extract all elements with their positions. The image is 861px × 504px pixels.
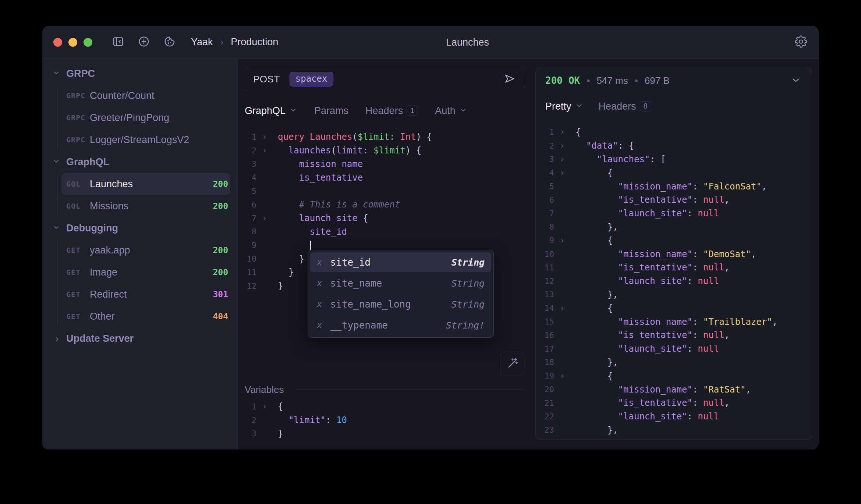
settings-gear-icon <box>795 35 807 49</box>
breadcrumb-separator: › <box>220 36 224 48</box>
variables-editor[interactable]: 1›{2 "limit": 103} <box>238 400 529 440</box>
fold-icon[interactable]: › <box>256 146 273 155</box>
fold-icon[interactable]: › <box>554 155 570 164</box>
sidebar-item-image[interactable]: GETImage200 <box>61 261 230 283</box>
field-type: String! <box>446 320 485 331</box>
code-line: 20 "mission_name": "RatSat", <box>536 383 812 396</box>
app-window: Yaak › Production Launches ›GRPCGRPCCoun… <box>42 26 819 450</box>
status-badge: 301 <box>213 290 228 299</box>
sidebar-toggle-icon <box>112 35 124 49</box>
chevron-down-icon <box>791 75 801 86</box>
method-badge: GRPC <box>66 135 90 144</box>
cookie-button[interactable] <box>163 36 176 49</box>
sidebar-section-graphql[interactable]: ›GraphQL <box>42 151 238 173</box>
method-badge: GET <box>66 246 90 255</box>
tab-auth[interactable]: Auth <box>435 105 467 117</box>
app-name[interactable]: Yaak <box>191 36 213 48</box>
fold-icon[interactable]: › <box>554 128 570 136</box>
chevron-down-icon <box>459 105 467 117</box>
collapse-response-button[interactable] <box>790 74 802 87</box>
code-line: 22 "launch_site": null <box>536 410 812 423</box>
tab-graphql[interactable]: GraphQL <box>245 105 297 117</box>
tab-headers[interactable]: Headers1 <box>365 105 418 117</box>
code-line: 6 "is_tentative": null, <box>536 193 812 207</box>
fold-icon[interactable]: › <box>554 141 570 150</box>
sidebar-section-update-server[interactable]: ›Update Server <box>42 327 238 349</box>
code-line: 21 "is_tentative": null, <box>536 396 812 410</box>
minimize-window-button[interactable] <box>68 38 77 47</box>
code-line: 18 }, <box>536 356 812 369</box>
status-badge: 404 <box>213 312 228 321</box>
plus-circle-icon <box>138 35 150 49</box>
field-type: String <box>451 257 485 268</box>
fold-icon[interactable]: › <box>256 402 273 411</box>
autocomplete-item-site-name-long[interactable]: xsite_name_longString <box>310 294 491 314</box>
workspace-name[interactable]: Production <box>231 36 278 48</box>
fold-icon[interactable]: › <box>554 372 570 380</box>
field-icon: x <box>317 299 322 309</box>
status-badge: 200 <box>213 267 228 277</box>
response-body-viewer[interactable]: 1›{2› "data": {3› "launches": [4› {5 "mi… <box>536 125 812 440</box>
close-window-button[interactable] <box>53 38 62 47</box>
url-bar[interactable]: POST spacex <box>245 67 525 91</box>
response-tab-pretty[interactable]: Pretty <box>545 101 583 112</box>
sidebar-item-yaak-app[interactable]: GETyaak.app200 <box>61 239 230 261</box>
code-line: 4 is_tentative <box>238 171 529 184</box>
chevron-down-icon: › <box>52 68 63 77</box>
autocomplete-item-site-id[interactable]: xsite_idString <box>310 252 491 272</box>
autocomplete-item-typename[interactable]: x__typenameString! <box>310 315 491 335</box>
sidebar-item-missions[interactable]: GQLMissions200 <box>61 195 230 217</box>
sidebar-item-counter-count[interactable]: GRPCCounter/Count <box>61 85 230 107</box>
method-badge: GET <box>66 268 90 277</box>
fold-icon[interactable]: › <box>554 168 570 177</box>
fold-icon[interactable]: › <box>554 304 570 313</box>
variables-divider <box>295 390 525 390</box>
sidebar-item-other[interactable]: GETOther404 <box>61 305 230 327</box>
new-request-button[interactable] <box>137 36 150 49</box>
fold-icon[interactable]: › <box>554 439 570 440</box>
field-type: String <box>451 299 485 310</box>
line-number: 3 <box>536 155 554 164</box>
settings-button[interactable] <box>794 36 808 49</box>
line-number: 11 <box>536 263 554 272</box>
sidebar-item-greeter-pingpong[interactable]: GRPCGreeter/PingPong <box>61 107 230 129</box>
line-number: 15 <box>536 317 554 326</box>
sidebar-section-debugging[interactable]: ›Debugging <box>42 217 238 239</box>
sidebar-item-logger-streamlogsv2[interactable]: GRPCLogger/StreamLogsV2 <box>61 129 230 151</box>
response-tab-headers[interactable]: Headers8 <box>599 101 651 112</box>
tab-params[interactable]: Params <box>314 105 348 117</box>
line-number: 2 <box>536 141 554 150</box>
code-line: 1›{ <box>238 400 529 414</box>
status-badge: 200 <box>213 201 228 211</box>
send-button[interactable] <box>503 72 517 86</box>
maximize-window-button[interactable] <box>84 38 92 47</box>
fold-icon[interactable]: › <box>554 236 570 245</box>
format-button[interactable] <box>500 352 524 376</box>
code-line: 1›query Launches($limit: Int) { <box>238 130 529 144</box>
separator-dot: • <box>635 75 638 86</box>
chevron-down-icon <box>289 105 297 117</box>
line-number: 10 <box>536 249 554 259</box>
code-line: 24› { <box>536 437 812 440</box>
sidebar-toggle-button[interactable] <box>111 36 125 49</box>
line-number: 12 <box>238 281 256 291</box>
fold-icon[interactable]: › <box>256 214 273 223</box>
response-tabs: PrettyHeaders8 <box>545 98 651 114</box>
line-number: 6 <box>238 200 256 209</box>
text-cursor <box>310 241 311 251</box>
url-template-badge[interactable]: spacex <box>290 72 333 86</box>
sidebar-section-grpc[interactable]: ›GRPC <box>42 63 238 85</box>
line-number: 5 <box>536 182 554 191</box>
code-line: 15 "mission_name": "Trailblazer", <box>536 315 812 329</box>
method-badge: GRPC <box>66 91 90 100</box>
traffic-lights <box>53 38 92 47</box>
code-line: 2› launches(limit: $limit) { <box>238 144 529 157</box>
chevron-down-icon <box>575 101 583 112</box>
sidebar-item-launches[interactable]: GQLLaunches200 <box>61 173 230 195</box>
variables-header: Variables <box>245 384 525 395</box>
line-number: 5 <box>238 187 256 196</box>
sidebar-item-redirect[interactable]: GETRedirect301 <box>61 283 230 305</box>
code-line: 23 }, <box>536 423 812 437</box>
autocomplete-item-site-name[interactable]: xsite_nameString <box>310 273 491 293</box>
fold-icon[interactable]: › <box>256 132 273 141</box>
